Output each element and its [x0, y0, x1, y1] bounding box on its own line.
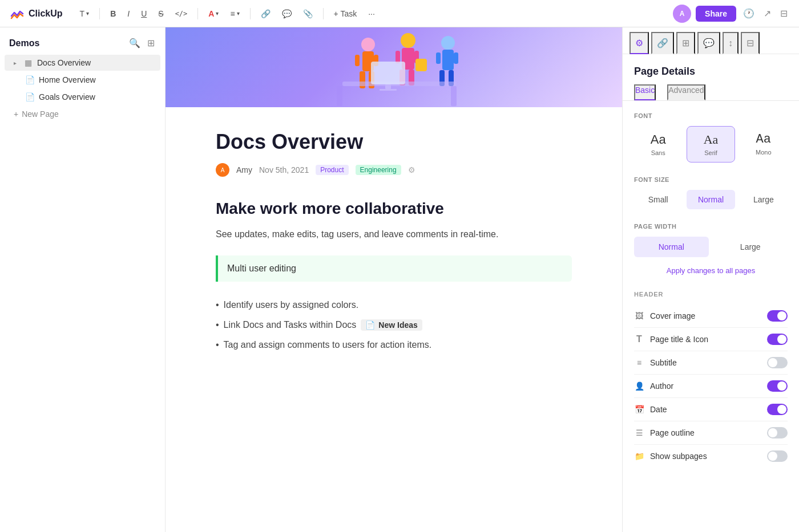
- logo[interactable]: ClickUp: [9, 6, 63, 22]
- author-avatar: A: [216, 163, 229, 177]
- right-panel: ⚙ 🔗 ⊞ 💬 ↕ ⊟ Page Details Basic Advanced …: [622, 27, 799, 532]
- width-large[interactable]: Large: [713, 237, 788, 257]
- user-avatar[interactable]: A: [673, 5, 691, 23]
- apply-changes-link[interactable]: Apply changes to all pages: [634, 262, 788, 279]
- search-button[interactable]: 🔍: [128, 36, 142, 50]
- font-mono[interactable]: Aa Mono: [740, 126, 788, 163]
- new-page-button[interactable]: + New Page: [5, 106, 160, 122]
- toggle-show-subpages[interactable]: [767, 450, 788, 462]
- size-options: Small Normal Large: [634, 190, 788, 209]
- doc-content: Docs Overview A Amy Nov 5th, 2021 Produc…: [188, 107, 599, 377]
- toggle-page-outline[interactable]: [767, 427, 788, 438]
- header-section-label: HEADER: [634, 291, 788, 298]
- toggle-left-cover-image: 🖼 Cover image: [634, 311, 695, 320]
- subtab-advanced[interactable]: Advanced: [667, 84, 705, 100]
- svg-rect-17: [436, 52, 441, 64]
- tab-comment[interactable]: 💬: [697, 32, 720, 54]
- toggle-date[interactable]: [767, 404, 788, 415]
- sidebar: Demos 🔍 ⊞ ▸ ▦ Docs Overview 📄 Home Overv…: [0, 27, 166, 532]
- toggle-cover-image[interactable]: [767, 310, 788, 322]
- text-tool-button[interactable]: T ▾: [76, 7, 93, 21]
- toggle-left-page-outline: ☰ Page outline: [634, 428, 695, 437]
- bullet-text-3: Tag and assign comments to users for act…: [224, 340, 432, 350]
- history-icon[interactable]: 🕐: [741, 6, 757, 21]
- tab-link[interactable]: 🔗: [651, 32, 674, 54]
- tab-sort[interactable]: ↕: [723, 32, 739, 54]
- toolbar-divider-4: [323, 8, 324, 19]
- cover-image-area: [166, 27, 622, 107]
- sidebar-item-home-overview[interactable]: 📄 Home Overview: [5, 72, 160, 88]
- bullet-dot-3: •: [216, 340, 219, 350]
- toggle-subtitle[interactable]: [767, 357, 788, 368]
- bold-button[interactable]: B: [107, 7, 119, 21]
- tag-engineering[interactable]: Engineering: [356, 165, 401, 175]
- logo-text: ClickUp: [29, 9, 63, 19]
- bullet-text-2: Link Docs and Tasks within Docs: [224, 320, 357, 330]
- panel-sub-tabs: Basic Advanced: [623, 84, 799, 101]
- svg-rect-22: [371, 62, 405, 84]
- tab-settings[interactable]: ⚙: [629, 32, 649, 54]
- export-icon[interactable]: ↗: [761, 6, 773, 21]
- meta-settings-icon[interactable]: ⚙: [408, 165, 415, 174]
- toggle-row-subtitle: ≡ Subtitle: [634, 351, 788, 375]
- doc-title: Docs Overview: [216, 130, 572, 154]
- sidebar-header: Demos 🔍 ⊞: [0, 27, 165, 54]
- new-doc-button[interactable]: ⊞: [146, 36, 156, 50]
- svg-rect-18: [454, 52, 458, 64]
- main-layout: Demos 🔍 ⊞ ▸ ▦ Docs Overview 📄 Home Overv…: [0, 27, 799, 532]
- view-icon[interactable]: ⊟: [778, 6, 790, 21]
- more-button[interactable]: ···: [365, 7, 378, 21]
- font-label: Font: [634, 112, 788, 119]
- align-button[interactable]: ≡ ▾: [227, 7, 243, 21]
- panel-title: Page Details: [623, 54, 799, 84]
- add-task-button[interactable]: + Task: [330, 7, 361, 21]
- link-doc-icon: 📄: [365, 320, 375, 330]
- toolbar-right: A Share 🕐 ↗ ⊟: [673, 5, 790, 23]
- toggle-row-author: 👤 Author: [634, 375, 788, 398]
- toggle-row-cover-image: 🖼 Cover image: [634, 304, 788, 328]
- link-label: New Ideas: [378, 320, 417, 330]
- list-item-2: • Link Docs and Tasks within Docs 📄 New …: [216, 315, 572, 335]
- sidebar-item-goals-overview[interactable]: 📄 Goals Overview: [5, 89, 160, 105]
- cover-illustration: [166, 27, 622, 107]
- size-large[interactable]: Large: [740, 190, 788, 209]
- font-sans[interactable]: Aa Sans: [634, 126, 682, 163]
- date-label: Date: [650, 405, 667, 414]
- font-sans-preview: Aa: [651, 132, 666, 147]
- subtab-basic[interactable]: Basic: [634, 84, 656, 100]
- share-button[interactable]: Share: [696, 6, 736, 22]
- link-button[interactable]: 🔗: [257, 7, 274, 21]
- bullet-text-1: Identify users by assigned colors.: [224, 300, 359, 310]
- toggle-page-title[interactable]: [767, 334, 788, 345]
- sidebar-item-docs-overview[interactable]: ▸ ▦ Docs Overview: [5, 55, 160, 71]
- italic-button[interactable]: I: [124, 7, 133, 21]
- new-page-label: New Page: [22, 109, 59, 119]
- strikethrough-button[interactable]: S: [155, 7, 167, 21]
- width-normal[interactable]: Normal: [634, 237, 709, 257]
- tag-product[interactable]: Product: [316, 165, 348, 175]
- svg-point-0: [361, 38, 375, 51]
- page-width-label: Page Width: [634, 223, 788, 230]
- subtitle-icon: ≡: [634, 358, 644, 367]
- page-title-label: Page title & Icon: [650, 335, 708, 344]
- toggle-author[interactable]: [767, 380, 788, 392]
- author-label: Author: [650, 381, 673, 391]
- show-subpages-label: Show subpages: [650, 452, 707, 461]
- panel-body: Font Aa Sans Aa Serif Aa Mono Font Size …: [623, 112, 799, 468]
- toggle-row-page-outline: ☰ Page outline: [634, 421, 788, 445]
- size-normal[interactable]: Normal: [687, 190, 735, 209]
- size-small[interactable]: Small: [634, 190, 682, 209]
- font-options: Aa Sans Aa Serif Aa Mono: [634, 126, 788, 163]
- author-icon: 👤: [634, 381, 644, 391]
- tab-layout[interactable]: ⊟: [741, 32, 760, 54]
- underline-button[interactable]: U: [138, 7, 150, 21]
- comment-button[interactable]: 💬: [279, 7, 295, 21]
- inline-doc-link[interactable]: 📄 New Ideas: [361, 319, 422, 331]
- color-button[interactable]: A ▾: [205, 7, 222, 21]
- tab-grid[interactable]: ⊞: [676, 32, 695, 54]
- code-button[interactable]: </>: [172, 7, 191, 20]
- width-options: Normal Large: [634, 237, 788, 257]
- attach-button[interactable]: 📎: [300, 7, 316, 21]
- bullet-dot-2: •: [216, 320, 219, 330]
- font-serif[interactable]: Aa Serif: [687, 126, 735, 163]
